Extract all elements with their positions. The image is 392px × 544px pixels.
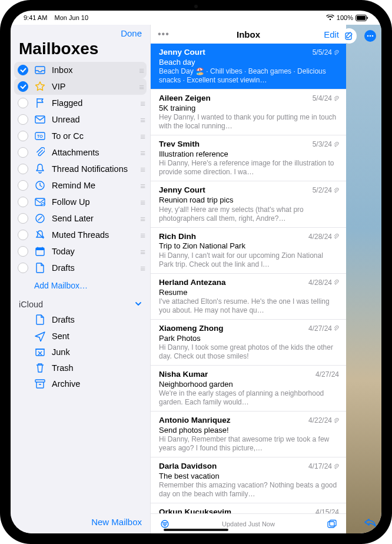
follow-icon bbox=[34, 198, 46, 206]
message-subject: 5K training bbox=[159, 104, 339, 113]
message-item[interactable]: Antonio Manriquez4/22/24 Send photos ple… bbox=[151, 412, 346, 457]
reply-button[interactable] bbox=[364, 517, 377, 530]
reorder-icon[interactable]: ≡ bbox=[140, 230, 144, 240]
message-from: Antonio Manriquez bbox=[159, 416, 231, 426]
checkbox-icon[interactable] bbox=[18, 246, 28, 257]
reorder-icon[interactable]: ≡ bbox=[139, 65, 143, 75]
mailbox-item-remind[interactable]: Remind Me≡ bbox=[11, 177, 150, 194]
mailbox-item-thread[interactable]: Thread Notifications≡ bbox=[11, 161, 150, 177]
filter-icon[interactable] bbox=[159, 520, 171, 528]
status-bar: 9:41 AM Mon Jun 10 100% bbox=[11, 11, 381, 25]
message-item[interactable]: Darla Davidson4/17/24 The best vacationR… bbox=[151, 457, 346, 503]
checkbox-icon[interactable] bbox=[18, 230, 28, 240]
account-item-junk[interactable]: Junk bbox=[11, 344, 150, 360]
home-indicator[interactable] bbox=[164, 529, 228, 531]
battery-pct: 100% bbox=[337, 14, 353, 21]
checkbox-icon[interactable] bbox=[18, 65, 28, 75]
reorder-icon[interactable]: ≡ bbox=[140, 214, 144, 224]
message-from: Nisha Kumar bbox=[159, 370, 208, 380]
checkbox-icon[interactable] bbox=[18, 131, 28, 141]
mailbox-item-muted[interactable]: Muted Threads≡ bbox=[11, 227, 150, 243]
mailbox-item-drafts[interactable]: Drafts≡ bbox=[11, 260, 150, 276]
reorder-icon[interactable]: ≡ bbox=[140, 98, 144, 108]
inbox-title: Inbox bbox=[237, 29, 260, 39]
message-preview: Hi Danny, Remember that awesome trip we … bbox=[159, 435, 339, 453]
mailbox-item-later[interactable]: Send Later≡ bbox=[11, 210, 150, 227]
checkbox-icon[interactable] bbox=[18, 263, 28, 273]
reorder-icon[interactable]: ≡ bbox=[140, 181, 144, 191]
reorder-icon[interactable]: ≡ bbox=[139, 82, 143, 92]
svg-rect-16 bbox=[36, 349, 44, 356]
reorder-icon[interactable]: ≡ bbox=[140, 263, 144, 273]
checkbox-icon[interactable] bbox=[18, 213, 28, 224]
mailbox-label: Follow Up bbox=[52, 197, 134, 207]
checkbox-icon[interactable] bbox=[18, 98, 28, 108]
message-item[interactable]: Orkun Kucuksevim4/15/24Day trip ideaHell… bbox=[151, 503, 346, 513]
edit-button[interactable]: Edit bbox=[324, 29, 339, 39]
mailbox-item-unread[interactable]: Unread≡ bbox=[11, 111, 150, 128]
mailbox-item-inbox[interactable]: Inbox≡ bbox=[14, 62, 147, 78]
mailbox-item-flagged[interactable]: Flagged≡ bbox=[11, 95, 150, 111]
mailbox-item-vip[interactable]: VIP≡ bbox=[14, 78, 147, 95]
sidebar-title: Mailboxes bbox=[11, 38, 150, 62]
add-mailbox-button[interactable]: Add Mailbox… bbox=[11, 276, 150, 297]
message-item[interactable]: Trev Smith5/3/24 Illustration referenceH… bbox=[151, 135, 346, 181]
svg-point-26 bbox=[367, 35, 369, 37]
stack-icon[interactable] bbox=[326, 519, 338, 529]
message-list[interactable]: Jenny Court5/5/24 Beach dayBeach Day 🏖️ … bbox=[151, 44, 346, 513]
reorder-icon[interactable]: ≡ bbox=[140, 164, 144, 174]
mailbox-label: Send Later bbox=[52, 214, 134, 223]
message-subject: Reunion road trip pics bbox=[159, 195, 339, 205]
message-date: 4/22/24 bbox=[308, 416, 339, 425]
message-date: 5/5/24 bbox=[313, 48, 339, 57]
message-date: 4/17/24 bbox=[308, 462, 339, 471]
mailbox-item-follow[interactable]: Follow Up≡ bbox=[11, 194, 150, 210]
reorder-icon[interactable]: ≡ bbox=[140, 197, 144, 207]
message-item[interactable]: Aileen Zeigen5/4/24 5K trainingHey Danny… bbox=[151, 89, 346, 135]
reorder-icon[interactable]: ≡ bbox=[140, 247, 144, 257]
account-item-archive[interactable]: Archive bbox=[11, 376, 150, 392]
checkbox-icon[interactable] bbox=[18, 197, 28, 207]
checkbox-icon[interactable] bbox=[18, 164, 28, 174]
more-icon[interactable]: ••• bbox=[158, 29, 170, 39]
message-subject: Resume bbox=[159, 288, 339, 297]
done-button[interactable]: Done bbox=[121, 28, 142, 38]
message-item[interactable]: Jenny Court5/5/24 Beach dayBeach Day 🏖️ … bbox=[151, 44, 346, 89]
reorder-icon[interactable]: ≡ bbox=[140, 148, 144, 158]
message-from: Xiaomeng Zhong bbox=[159, 324, 224, 334]
junk-icon bbox=[34, 347, 46, 357]
status-time: 9:41 AM bbox=[24, 14, 47, 21]
message-preview: Remember this amazing vacation? Nothing … bbox=[159, 481, 339, 499]
account-header[interactable]: iCloud bbox=[11, 297, 150, 311]
mailbox-label: VIP bbox=[52, 82, 133, 91]
mailbox-item-today[interactable]: Today≡ bbox=[11, 243, 150, 260]
message-date: 5/4/24 bbox=[313, 94, 339, 103]
compose-button[interactable] bbox=[341, 28, 357, 44]
wifi-icon bbox=[326, 15, 334, 21]
message-item[interactable]: Rich Dinh4/28/24 Trip to Zion National P… bbox=[151, 228, 346, 274]
reorder-icon[interactable]: ≡ bbox=[140, 131, 144, 141]
mailbox-label: Attachments bbox=[52, 148, 134, 157]
account-item-sent[interactable]: Sent bbox=[11, 328, 150, 344]
checkbox-icon[interactable] bbox=[18, 147, 28, 158]
svg-rect-2 bbox=[367, 16, 368, 19]
mailbox-item-attach[interactable]: Attachments≡ bbox=[11, 144, 150, 161]
account-item-drafts2[interactable]: Drafts bbox=[11, 311, 150, 328]
new-mailbox-button[interactable]: New Mailbox bbox=[91, 517, 142, 527]
mailbox-item-tocc[interactable]: TOTo or Cc≡ bbox=[11, 128, 150, 144]
ellipsis-circle-icon[interactable] bbox=[363, 28, 378, 44]
message-item[interactable]: Xiaomeng Zhong4/27/24 Park PhotosHi Dann… bbox=[151, 320, 346, 366]
account-item-trash[interactable]: Trash bbox=[11, 360, 150, 376]
message-date: 5/3/24 bbox=[313, 140, 339, 149]
message-preview: Hi Danny, Here's a reference image for t… bbox=[159, 159, 339, 177]
checkbox-icon[interactable] bbox=[18, 114, 28, 125]
message-item[interactable]: Jenny Court5/2/24 Reunion road trip pics… bbox=[151, 181, 346, 227]
reorder-icon[interactable]: ≡ bbox=[140, 115, 144, 125]
unread-icon bbox=[34, 115, 46, 124]
mailbox-label: Muted Threads bbox=[52, 230, 134, 240]
message-item[interactable]: Herland Antezana4/28/24 ResumeI've attac… bbox=[151, 274, 346, 320]
checkbox-icon[interactable] bbox=[18, 81, 28, 92]
message-from: Herland Antezana bbox=[159, 278, 226, 288]
checkbox-icon[interactable] bbox=[18, 180, 28, 191]
message-item[interactable]: Nisha Kumar4/27/24Neighborhood gardenWe'… bbox=[151, 366, 346, 412]
